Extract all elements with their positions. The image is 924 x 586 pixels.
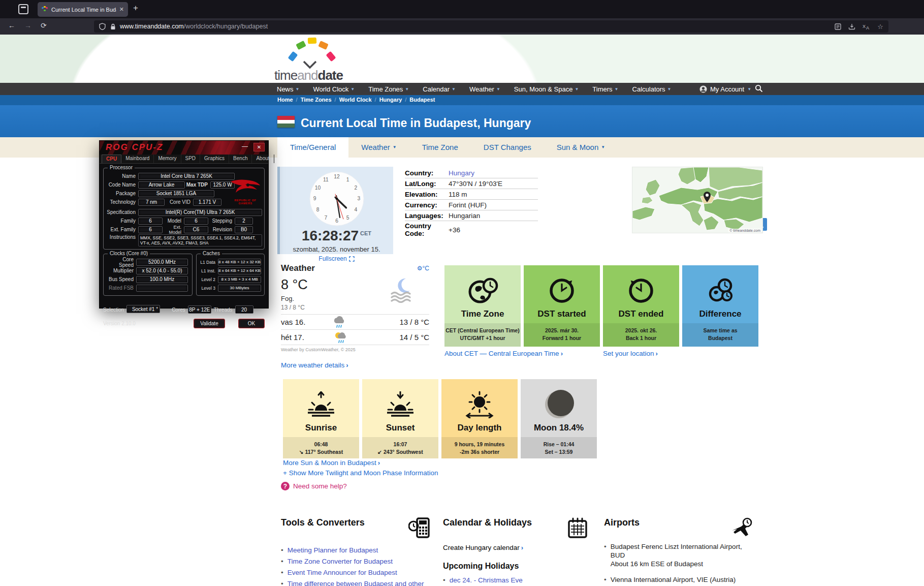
tab-dst-changes[interactable]: DST Changes [471, 137, 544, 158]
search-icon[interactable] [755, 84, 763, 92]
url-bar[interactable]: www.timeanddate.com/worldclock/hungary/b… [94, 20, 888, 33]
question-mark-icon: ? [281, 482, 290, 490]
airport-item[interactable]: • Budapest Ferenc Liszt International Ai… [604, 542, 756, 568]
list-item[interactable]: •Time difference between Budapest and ot… [281, 578, 431, 586]
nav-item-world-clock[interactable]: World Clock▼ [313, 85, 355, 93]
minimize-button[interactable]: — [242, 143, 248, 150]
cpuz-tab-memory[interactable]: Memory [154, 155, 181, 163]
logo-wordmark: timeanddate [274, 68, 343, 83]
fact-label: Elevation: [405, 191, 449, 198]
page-title: Current Local Time in Budapest, Hungary [301, 116, 531, 130]
fact-label: Country: [405, 169, 449, 177]
cpuz-tabs: CPU Mainboard Memory SPD Graphics Bench … [100, 155, 268, 164]
dst-ended-box[interactable]: DST ended 2025. okt 26.Back 1 hour [603, 265, 679, 347]
timeanddate-logo[interactable]: timeanddate [274, 36, 376, 82]
timezone-box[interactable]: Time Zone CET (Central European Time)UTC… [444, 265, 521, 347]
fullscreen-link[interactable]: Fullscreen [318, 255, 354, 262]
list-item[interactable]: •Meeting Planner for Budapest [281, 545, 431, 556]
technology-value: 7 nm [138, 199, 165, 206]
more-sun-moon-link[interactable]: More Sun & Moon in Budapest [283, 459, 376, 467]
airport-item[interactable]: • Vienna International Airport, VIE (Aus… [604, 575, 756, 586]
breadcrumb-time-zones[interactable]: Time Zones [301, 97, 332, 103]
difference-box[interactable]: Difference Same time asBudapest [682, 265, 758, 347]
list-item[interactable]: •Time Zone Converter for Budapest [281, 556, 431, 567]
reload-button[interactable]: ⟳ [41, 21, 47, 29]
tab-time-zone[interactable]: Time Zone [409, 137, 471, 158]
ok-button[interactable]: OK [238, 319, 265, 328]
close-button[interactable]: ✕ [253, 143, 265, 151]
close-tab-icon[interactable]: ✕ [119, 6, 124, 13]
fact-label: Country Code: [405, 222, 449, 237]
forward-button[interactable]: → [24, 21, 31, 29]
cpuz-tab-bench[interactable]: Bench [229, 155, 252, 163]
validate-button[interactable]: Validate [194, 319, 225, 328]
breadcrumb-world-clock[interactable]: World Clock [339, 97, 372, 103]
my-account-menu[interactable]: My Account ▼ [699, 83, 751, 95]
europe-map[interactable]: © timeanddate.com [632, 167, 763, 233]
nav-item-weather[interactable]: Weather▼ [469, 85, 500, 93]
chevron-down-icon: ▼ [155, 306, 158, 310]
cpuz-tab-cpu[interactable]: CPU [102, 155, 121, 163]
twilight-toggle-link[interactable]: + Show More Twilight and Moon Phase Info… [283, 469, 438, 477]
list-item[interactable]: •dec 24. - Christmas Eve [443, 575, 588, 586]
list-item[interactable]: •Event Time Announcer for Budapest [281, 567, 431, 578]
svg-text:10: 10 [314, 185, 321, 191]
package-value: Socket 1851 LGA [138, 190, 214, 197]
create-calendar-link[interactable]: Create Hungary calendar [443, 544, 520, 551]
moon-box[interactable]: Moon 18.4% Rise – 01:44Set – 13:59 [521, 379, 597, 458]
bookmark-star-icon[interactable]: ☆ [877, 23, 883, 30]
day-length-box[interactable]: Day length 9 hours, 19 minutes-2m 36s sh… [441, 379, 518, 458]
set-location-link[interactable]: Set your location [603, 350, 654, 357]
svg-text:9: 9 [313, 196, 316, 201]
back-button[interactable]: ← [8, 21, 15, 29]
need-help-link[interactable]: Need some help? [293, 482, 347, 490]
url-text[interactable]: www.timeanddate.com/worldclock/hungary/b… [120, 23, 827, 30]
nav-item-calculators[interactable]: Calculators▼ [632, 85, 672, 93]
tab-sun-moon[interactable]: Sun & Moon▼ [544, 137, 618, 158]
clock-date: szombat, 2025. november 15. [280, 245, 393, 253]
unit-settings[interactable]: ⚙°C [417, 265, 429, 272]
about-cet-link[interactable]: About CET — Central European Time [444, 350, 559, 357]
translate-icon[interactable]: X A [863, 23, 870, 30]
more-weather-link[interactable]: More weather details [281, 361, 344, 369]
caches-group: Caches L1 Data8 x 48 KB + 12 x 32 KB L1 … [196, 254, 265, 296]
nav-item-calendar[interactable]: Calendar▼ [423, 85, 456, 93]
new-tab-button[interactable]: + [133, 3, 138, 13]
nav-item-timers[interactable]: Timers▼ [592, 85, 618, 93]
globe-clock-icon [444, 272, 521, 309]
tools-calculator-icon [408, 517, 431, 539]
cpuz-titlebar[interactable]: ROG CPU-Z — ✕ [100, 141, 268, 155]
cpuz-tab-graphics[interactable]: Graphics [200, 155, 229, 163]
save-to-pocket-icon[interactable] [848, 23, 855, 30]
nav-item-news[interactable]: News▼ [277, 85, 299, 93]
timezone-abbr: CET [360, 230, 371, 236]
cpuz-window[interactable]: ROG CPU-Z — ✕ CPU Mainboard Memory SPD G… [99, 140, 269, 309]
firefox-view-icon[interactable] [18, 4, 28, 14]
moon-phase-icon [521, 386, 597, 423]
chevron-right-icon: › [561, 350, 563, 357]
browser-tab[interactable]: Current Local Time in Budapest ✕ [38, 2, 128, 17]
cpuz-tab-spd[interactable]: SPD [181, 155, 201, 163]
breadcrumb-budapest[interactable]: Budapest [409, 97, 435, 103]
reader-mode-icon[interactable] [835, 23, 841, 30]
tab-weather[interactable]: Weather▼ [348, 137, 409, 158]
country-link[interactable]: Hungary [449, 169, 474, 177]
dst-started-box[interactable]: DST started 2025. már 30.Forward 1 hour [524, 265, 600, 347]
hungary-flag [277, 116, 295, 128]
nav-item-sun-moon-space[interactable]: Sun, Moon & Space▼ [514, 85, 579, 93]
weather-credit: Weather by CustomWeather, © 2025 [281, 347, 429, 352]
airports-heading: Airports [604, 517, 640, 528]
cpuz-tab-mainboard[interactable]: Mainboard [121, 155, 154, 163]
breadcrumb-hungary[interactable]: Hungary [379, 97, 402, 103]
breadcrumb-home[interactable]: Home [277, 97, 293, 103]
box-title: Time Zone [444, 309, 521, 319]
chevron-down-icon: ▼ [615, 87, 619, 91]
lock-icon[interactable] [110, 23, 116, 30]
shield-icon[interactable] [99, 23, 106, 30]
cores-value: 8P + 12E [188, 305, 211, 314]
cpuz-tab-about[interactable]: About [252, 155, 274, 163]
tab-time-general[interactable]: Time/General [277, 137, 348, 158]
sunrise-box[interactable]: Sunrise 06:48 ↘ 117° Southeast [283, 379, 359, 458]
nav-item-time-zones[interactable]: Time Zones▼ [368, 85, 409, 93]
sunset-box[interactable]: Sunset 16:07 ↙ 243° Southwest [362, 379, 438, 458]
